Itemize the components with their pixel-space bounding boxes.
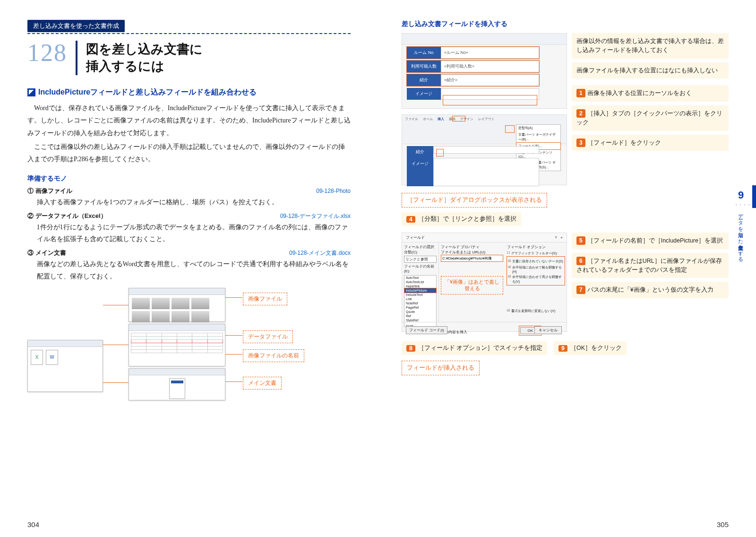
body-para-1: Wordでは、保存されている画像ファイルを、IncludePictureフィール… <box>27 102 351 140</box>
cancel-button[interactable]: キャンセル <box>534 326 562 334</box>
section-icon <box>27 88 35 96</box>
section-heading-text: IncludePictureフィールドと差し込みフィールドを組み合わせる <box>38 87 257 97</box>
step-7: 7パスの末尾に「¥画像」という仮の文字を入力 <box>572 282 729 298</box>
step-4: 4［分類］で［リンクと参照］を選択 <box>402 212 521 226</box>
word-window <box>129 368 225 400</box>
step-6: 6［ファイル名またはURL］に画像ファイルが保存されているフォルダーまでのパスを… <box>572 253 729 278</box>
tag-imagename: 画像ファイルの名前 <box>243 349 304 362</box>
step-5: 5［フィールドの名前］で［IncludePicture］を選択 <box>572 233 729 249</box>
body-para-2: ここでは画像以外の差し込みフィールドの挿入手順は記載していませんので、画像以外の… <box>27 141 351 166</box>
prep-item-1: ① 画像ファイル 09-128-Photo 挿入する画像ファイルを1つのフォルダ… <box>27 187 351 208</box>
step-9: 9［OK］をクリック <box>554 341 627 355</box>
photos-window <box>129 288 225 322</box>
screenshot-ribbon: ファイルホーム 挿入 描画デザインレイアウト 定型句(A) 文書パーツ オーガナ… <box>402 114 567 185</box>
result-box-1: ［フィールド］ダイアログボックスが表示される <box>402 193 547 208</box>
prep-item-2: ② データファイル（Excel） 09-128-データファイル.xlsx 1件分… <box>27 212 351 245</box>
page-title: 図を差し込み文書に 挿入するには <box>86 41 351 75</box>
note-b: 画像ファイルを挿入する位置にはなにも挿入しない <box>572 62 729 79</box>
explorer-window: X W <box>27 340 103 392</box>
page-left: 差し込み文書を使った文書作成 128 図を差し込み文書に 挿入するには Incl… <box>0 0 378 537</box>
breadcrumb: 差し込み文書を使った文書作成 <box>27 20 125 32</box>
side-tab: 9 ・・・・・・ データを活用した文書作成をする <box>734 189 747 260</box>
step-1: 1画像を挿入する位置にカーソルをおく <box>572 85 729 102</box>
step-3: 3［フィールド］をクリック <box>572 135 729 151</box>
page-right: 差し込み文書フィールドを挿入する ルーム No«ルーム No» 利用可能人数«利… <box>378 0 756 537</box>
prep-heading: 準備するモノ <box>27 174 351 183</box>
page-number-left: 304 <box>27 520 39 528</box>
replace-note: 「¥画像」はあとで差し替える <box>441 276 503 294</box>
screenshot-form: ルーム No«ルーム No» 利用可能人数«利用可能人数» 紹介«紹介» イメー… <box>402 33 567 109</box>
url-input[interactable] <box>441 255 503 262</box>
prep-file-1: 09-128-Photo <box>316 188 351 194</box>
screenshot-field-dialog: フィールド? × フィールドの選択 分類(C): リンクと参照 フィールドの名前… <box>402 233 567 332</box>
note-a: 画像以外の情報を差し込み文書で挿入する場合は、差し込みフィールドを挿入しておく <box>572 33 729 59</box>
page-number-right: 305 <box>717 520 729 528</box>
excel-window <box>129 324 225 366</box>
tip-number: 128 <box>27 41 67 65</box>
prep-item-3: ③ メイン文書 09-128-メイン文書.docx 画像などの差し込み先となるW… <box>27 249 351 282</box>
prep-file-2: 09-128-データファイル.xlsx <box>280 212 351 220</box>
tag-imagefile: 画像ファイル <box>243 293 287 305</box>
step-2: 2［挿入］タブの［クイックパーツの表示］をクリック <box>572 105 729 131</box>
right-heading: 差し込み文書フィールドを挿入する <box>402 20 729 28</box>
step-8: 8［フィールド オプション］でスイッチを指定 <box>402 341 547 355</box>
section-heading: IncludePictureフィールドと差し込みフィールドを組み合わせる <box>27 87 351 97</box>
tag-datafile: データファイル <box>243 330 293 343</box>
prep-file-3: 09-128-メイン文書.docx <box>289 249 351 257</box>
left-illustration: X W <box>27 288 351 401</box>
result-box-2: フィールドが挿入される <box>402 361 480 375</box>
tag-maindoc: メイン文書 <box>243 377 282 390</box>
